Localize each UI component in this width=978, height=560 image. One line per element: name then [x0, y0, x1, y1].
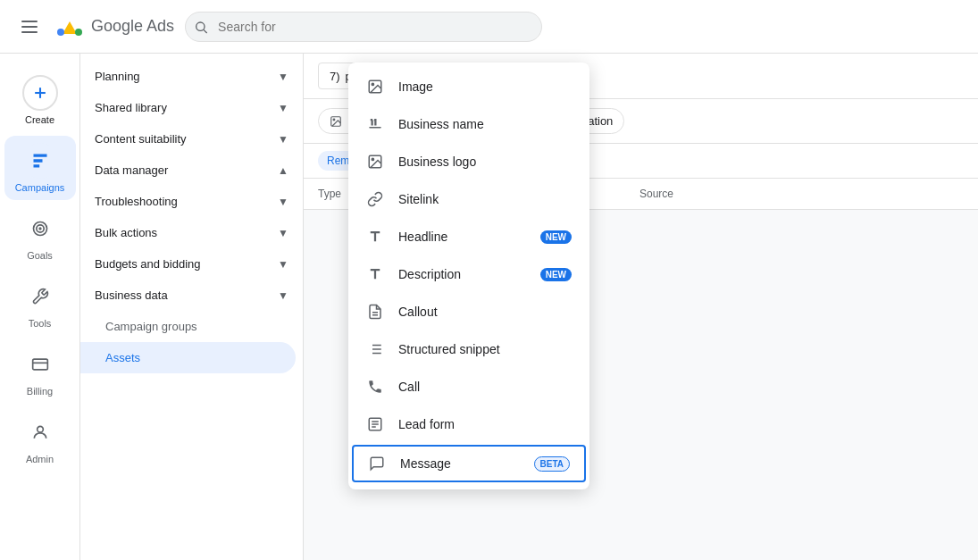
nav-section-shared-library[interactable]: Shared library ▼ [80, 92, 303, 123]
dropdown-menu: Image Business name Business logo Siteli… [348, 63, 589, 489]
dropdown-item-label: Structured snippet [398, 342, 500, 356]
nav-section-budgets-bidding[interactable]: Budgets and bidding ▼ [80, 248, 303, 280]
chevron-down-icon: ▼ [278, 133, 288, 146]
tools-icon [31, 288, 49, 305]
svg-point-23 [372, 158, 373, 160]
sidebar-item-label: Billing [27, 386, 53, 397]
dropdown-item-label: Business name [398, 117, 484, 131]
form-icon [366, 415, 384, 433]
dropdown-item-business-logo[interactable]: Business logo [348, 143, 589, 180]
nav-section-content-suitability[interactable]: Content suitability ▼ [80, 123, 303, 155]
sidebar-item-label: Create [25, 114, 54, 125]
search-input[interactable] [185, 12, 542, 42]
nav-section-label: Bulk actions [95, 226, 157, 239]
svg-rect-21 [369, 127, 381, 129]
sidebar-item-admin[interactable]: Admin [4, 407, 76, 472]
search-bar [185, 12, 542, 42]
headline-icon [366, 228, 384, 246]
link-icon [366, 190, 384, 208]
chevron-down-icon: ▼ [278, 258, 288, 271]
sidebar-item-label: Campaigns [15, 182, 65, 193]
nav-section-data-manager[interactable]: Data manager ▲ [80, 155, 303, 186]
dropdown-item-description[interactable]: Description NEW [348, 255, 589, 293]
nav-section-label: Budgets and bidding [95, 257, 201, 271]
hamburger-button[interactable] [14, 13, 45, 40]
dropdown-item-label: Sitelink [398, 192, 439, 206]
nav-section-bulk-actions[interactable]: Bulk actions ▼ [80, 217, 303, 248]
message-icon [368, 455, 386, 472]
svg-marker-0 [63, 21, 77, 34]
nav-section-business-data[interactable]: Business data ▼ [80, 280, 303, 311]
sidebar: Create Campaigns Goals Tools Billing Adm… [0, 54, 80, 560]
call-icon [366, 378, 384, 396]
svg-point-20 [372, 83, 373, 85]
goals-icon [31, 220, 49, 238]
admin-icon [31, 423, 49, 441]
campaigns-icon [31, 152, 49, 170]
chevron-down-icon: ▼ [278, 196, 288, 208]
description-icon [366, 265, 384, 283]
chevron-down-icon: ▼ [278, 289, 288, 302]
col-source: Source [639, 188, 711, 200]
dropdown-item-structured-snippet[interactable]: Structured snippet [348, 330, 589, 368]
image2-icon [366, 153, 384, 171]
svg-point-14 [333, 119, 335, 121]
dropdown-item-call[interactable]: Call [348, 368, 589, 405]
sidebar-item-label: Admin [26, 454, 54, 464]
sidebar-item-label: Goals [27, 250, 53, 261]
dropdown-item-callout[interactable]: Callout [348, 293, 589, 330]
svg-point-3 [196, 22, 205, 30]
chevron-down-icon: ▼ [278, 102, 288, 114]
topbar: Google Ads [0, 0, 978, 54]
dropdown-item-label: Description [398, 267, 461, 281]
google-ads-logo: Google Ads [55, 13, 174, 41]
sidebar-item-label: Tools [29, 318, 52, 329]
dropdown-item-label: Call [398, 380, 420, 394]
dropdown-item-label: Lead form [398, 417, 455, 431]
svg-point-9 [39, 228, 41, 230]
chevron-down-icon: ▼ [278, 227, 288, 239]
svg-point-2 [57, 29, 64, 36]
dropdown-item-image[interactable]: Image [348, 68, 589, 105]
nav-section-label: Shared library [95, 101, 167, 114]
nav-section-label: Content suitability [95, 132, 187, 146]
dropdown-item-label: Business logo [398, 155, 476, 169]
chevron-down-icon: ▼ [278, 71, 288, 83]
nav-section-label: Data manager [95, 163, 168, 177]
dropdown-item-label: Message [400, 456, 451, 471]
sidebar-item-tools[interactable]: Tools [4, 272, 76, 336]
nav-section-label: Troubleshooting [95, 195, 178, 208]
sidebar-item-create[interactable]: Create [4, 68, 76, 132]
billing-icon [31, 355, 49, 373]
logo-text: Google Ads [91, 17, 174, 36]
new-badge: NEW [540, 230, 572, 244]
plus-icon [31, 84, 49, 102]
text-format-icon [366, 115, 384, 133]
nav-item-campaign-groups[interactable]: Campaign groups [80, 311, 303, 342]
sidebar-item-campaigns[interactable]: Campaigns [4, 136, 76, 200]
nav-item-assets[interactable]: Assets [80, 342, 296, 373]
dropdown-item-label: Image [398, 79, 433, 94]
dropdown-item-message[interactable]: Message BETA [352, 445, 586, 482]
dropdown-item-business-name[interactable]: Business name [348, 105, 589, 143]
beta-badge: BETA [534, 456, 570, 472]
svg-point-12 [37, 426, 43, 432]
sidebar-item-billing[interactable]: Billing [4, 339, 76, 404]
nav-section-label: Planning [95, 70, 140, 83]
dropdown-item-label: Headline [398, 230, 447, 244]
svg-rect-10 [32, 359, 47, 370]
new-badge: NEW [540, 268, 572, 281]
callout-icon [366, 303, 384, 321]
google-ads-icon [55, 13, 84, 41]
nav-section-planning[interactable]: Planning ▼ [80, 61, 303, 92]
image-chip-icon [330, 115, 342, 128]
nav-section-label: Business data [95, 288, 168, 302]
svg-point-1 [75, 29, 82, 36]
sidebar-item-goals[interactable]: Goals [4, 204, 76, 268]
nav-panel: Planning ▼ Shared library ▼ Content suit… [80, 54, 304, 560]
dropdown-item-sitelink[interactable]: Sitelink [348, 180, 589, 218]
dropdown-item-headline[interactable]: Headline NEW [348, 218, 589, 255]
image-icon [366, 78, 384, 96]
nav-section-troubleshooting[interactable]: Troubleshooting ▼ [80, 186, 303, 217]
dropdown-item-lead-form[interactable]: Lead form [348, 405, 589, 443]
